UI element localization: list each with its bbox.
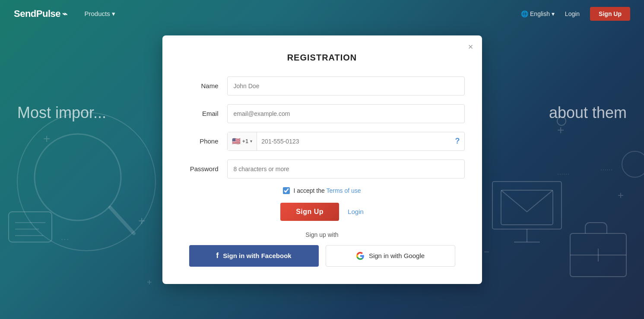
email-label: Email (180, 110, 227, 117)
email-input[interactable] (227, 104, 465, 123)
facebook-signin-button[interactable]: f Sign in with Facebook (189, 245, 319, 267)
login-link-button[interactable]: Login (348, 208, 364, 215)
password-label: Password (180, 165, 227, 172)
name-label: Name (180, 82, 227, 89)
terms-checkbox[interactable] (283, 187, 290, 194)
phone-row: Phone 🇺🇸 +1 ▾ ? (180, 132, 465, 151)
modal-title: REGISTRATION (180, 53, 465, 63)
email-row: Email (180, 104, 465, 123)
flag-icon: 🇺🇸 (232, 137, 241, 145)
phone-code: +1 (242, 138, 249, 144)
facebook-button-label: Sign in with Facebook (223, 252, 291, 259)
action-row: Sign Up Login (180, 203, 465, 221)
phone-help-icon[interactable]: ? (451, 132, 464, 150)
terms-link[interactable]: Terms of use (326, 187, 361, 194)
registration-modal: × REGISTRATION Name Email Phone 🇺🇸 +1 ▾ … (162, 35, 482, 284)
modal-backdrop: × REGISTRATION Name Email Phone 🇺🇸 +1 ▾ … (0, 0, 644, 319)
social-buttons-row: f Sign in with Facebook Sign in with Goo… (180, 245, 465, 267)
signup-with-label: Sign up with (180, 231, 465, 238)
modal-close-button[interactable]: × (468, 42, 473, 51)
terms-row: I accept the Terms of use (180, 187, 465, 194)
google-button-label: Sign in with Google (369, 252, 425, 259)
google-signin-button[interactable]: Sign in with Google (326, 245, 455, 267)
password-input[interactable] (227, 160, 465, 179)
phone-group: 🇺🇸 +1 ▾ ? (227, 132, 465, 151)
facebook-icon: f (216, 251, 219, 260)
phone-label: Phone (180, 137, 227, 145)
phone-input[interactable] (257, 132, 450, 150)
terms-label: I accept the Terms of use (293, 187, 361, 194)
password-row: Password (180, 160, 465, 179)
phone-chevron-icon: ▾ (250, 139, 252, 144)
name-row: Name (180, 77, 465, 96)
name-input[interactable] (227, 77, 465, 96)
signup-button[interactable]: Sign Up (280, 203, 339, 221)
phone-country-selector[interactable]: 🇺🇸 +1 ▾ (228, 132, 257, 150)
google-icon (356, 252, 365, 260)
